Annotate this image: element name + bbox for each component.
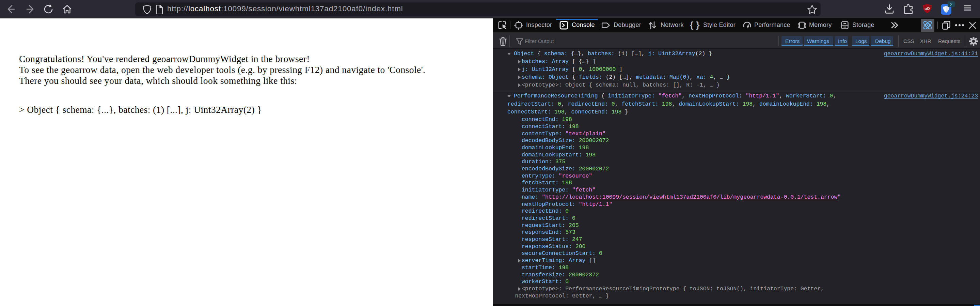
svg-text:2: 2: [950, 2, 953, 7]
svg-text:uO: uO: [924, 6, 930, 11]
